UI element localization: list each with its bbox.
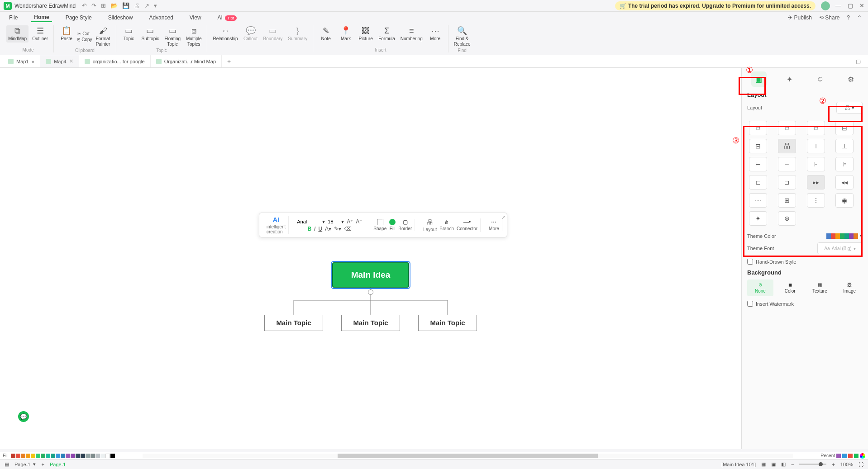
- zoom-in-button[interactable]: +: [832, 462, 835, 467]
- zoom-out-button[interactable]: −: [791, 462, 794, 467]
- font-color-button[interactable]: A▾: [325, 226, 331, 232]
- color-swatch[interactable]: [41, 454, 45, 458]
- layout-opt-15[interactable]: ▸▸: [807, 175, 825, 189]
- layout-opt-2[interactable]: ⧉: [778, 121, 796, 135]
- layout-opt-11[interactable]: ⊦: [807, 157, 825, 171]
- bg-texture-button[interactable]: ▦Texture: [807, 280, 833, 296]
- layout-opt-10[interactable]: ⊣: [778, 157, 796, 171]
- collapse-handle[interactable]: −: [368, 289, 373, 295]
- color-swatch[interactable]: [51, 454, 55, 458]
- menu-ai[interactable]: AI Hot: [215, 14, 240, 22]
- color-swatch[interactable]: [16, 454, 20, 458]
- redo-icon[interactable]: ↷: [91, 2, 96, 9]
- color-swatch[interactable]: [71, 454, 75, 458]
- color-swatch[interactable]: [36, 454, 40, 458]
- note-button[interactable]: ✎Note: [317, 25, 335, 43]
- numbering-button[interactable]: ≡Numbering: [399, 25, 424, 43]
- color-swatch[interactable]: [56, 454, 60, 458]
- new-icon[interactable]: ⊞: [101, 2, 106, 9]
- menu-file[interactable]: File: [6, 14, 20, 22]
- doc-tab-map1[interactable]: Map1●: [3, 55, 40, 67]
- border-icon[interactable]: ▢: [403, 219, 408, 225]
- format-painter-button[interactable]: 🖌Format Painter: [94, 25, 112, 48]
- boundary-button[interactable]: ▭Boundary: [262, 25, 285, 43]
- color-swatch[interactable]: [46, 454, 50, 458]
- zoom-value[interactable]: 100%: [840, 462, 853, 467]
- color-swatch[interactable]: [91, 454, 95, 458]
- hand-drawn-checkbox[interactable]: [747, 259, 753, 265]
- multiple-topics-button[interactable]: ⧈Multiple Topics: [184, 25, 203, 48]
- bg-image-button[interactable]: 🖼Image: [836, 280, 863, 296]
- view-mode-3-icon[interactable]: ◧: [781, 461, 786, 467]
- minimize-icon[interactable]: —: [835, 2, 841, 9]
- save-icon[interactable]: 💾: [122, 2, 129, 9]
- ft-ai-section[interactable]: AI intelligent creation: [264, 216, 289, 234]
- color-swatch[interactable]: [61, 454, 65, 458]
- layout-opt-22[interactable]: ⊛: [778, 211, 796, 226]
- bold-button[interactable]: B: [307, 226, 311, 232]
- theme-color-picker[interactable]: ▾: [826, 233, 863, 239]
- callout-button[interactable]: 💬Callout: [242, 25, 260, 43]
- doc-tab-org-mindmap[interactable]: Organizati...r Mind Map: [151, 55, 222, 67]
- italic-button[interactable]: I: [314, 226, 315, 232]
- theme-font-select[interactable]: Aa Arial (Big) ▾: [817, 242, 863, 254]
- mark-button[interactable]: 📍Mark: [337, 25, 355, 43]
- more-qat-icon[interactable]: ▾: [154, 2, 157, 9]
- layout-opt-13[interactable]: ⊏: [749, 175, 767, 189]
- find-replace-button[interactable]: 🔍Find & Replace: [452, 25, 472, 48]
- color-swatch[interactable]: [21, 454, 25, 458]
- color-swatch[interactable]: [100, 454, 105, 458]
- layout-opt-6-selected[interactable]: 品: [778, 139, 796, 153]
- layout-opt-18[interactable]: ⊞: [778, 193, 796, 208]
- undo-icon[interactable]: ↶: [82, 2, 87, 9]
- bg-none-button[interactable]: ⊘None: [747, 280, 773, 296]
- rp-tab-icon[interactable]: ☺: [812, 71, 828, 87]
- layout-opt-7[interactable]: ⊤: [807, 139, 825, 153]
- view-mode-2-icon[interactable]: ▣: [771, 461, 776, 467]
- trial-banner[interactable]: 🛒 The trial period has expired. Upgrade …: [615, 1, 816, 10]
- layout-dropdown[interactable]: 品 ▾: [836, 102, 863, 114]
- menu-advanced[interactable]: Advanced: [146, 14, 176, 22]
- menu-view[interactable]: View: [187, 14, 204, 22]
- outliner-mode-button[interactable]: ☰Outliner: [30, 25, 50, 43]
- floating-topic-button[interactable]: ▭Floating Topic: [162, 25, 182, 48]
- topic-node-1[interactable]: Main Topic: [264, 315, 323, 331]
- underline-button[interactable]: U: [318, 226, 322, 232]
- open-icon[interactable]: 📂: [110, 2, 118, 9]
- layout-opt-19[interactable]: ⋮: [807, 193, 825, 208]
- fullscreen-icon[interactable]: ⛶: [858, 462, 863, 467]
- menu-page-style[interactable]: Page Style: [63, 14, 95, 22]
- color-swatch[interactable]: [86, 454, 90, 458]
- recent-swatch[interactable]: [842, 454, 847, 458]
- topic-node-2[interactable]: Main Topic: [341, 315, 400, 331]
- close-tab-icon[interactable]: ✕: [69, 58, 73, 64]
- topic-button[interactable]: ▭Topic: [120, 25, 138, 48]
- menu-home[interactable]: Home: [31, 13, 52, 22]
- layout-opt-21[interactable]: ✦: [749, 211, 767, 226]
- fill-icon[interactable]: [389, 219, 396, 225]
- increase-font-icon[interactable]: A⁺: [347, 218, 353, 225]
- layout-opt-5[interactable]: ⊟: [749, 139, 767, 153]
- print-icon[interactable]: 🖨: [134, 2, 140, 9]
- paste-button[interactable]: 📋Paste: [57, 25, 76, 48]
- help-icon[interactable]: ?: [847, 14, 850, 21]
- watermark-checkbox-row[interactable]: Insert Watermark: [747, 301, 863, 307]
- color-swatch[interactable]: [11, 454, 15, 458]
- add-tab-button[interactable]: +: [222, 58, 236, 65]
- page-select[interactable]: Page-1 ▾: [14, 461, 36, 467]
- copy-button[interactable]: ⎘ Copy: [77, 37, 92, 42]
- scrollbar-track[interactable]: [143, 454, 793, 458]
- share-button[interactable]: ⟲ Share: [819, 14, 839, 21]
- clear-format-button[interactable]: ⌫: [344, 226, 352, 232]
- help-bubble-icon[interactable]: 💬: [18, 411, 29, 422]
- doc-tab-org-google[interactable]: organizatio... for google: [79, 55, 151, 67]
- layout-opt-20[interactable]: ◉: [835, 193, 854, 208]
- zoom-slider[interactable]: [799, 464, 826, 465]
- canvas[interactable]: AI intelligent creation ▾ ▾ A⁺ A⁻ B I U …: [0, 68, 741, 449]
- layout-opt-1[interactable]: ⧉: [749, 121, 767, 135]
- color-swatch[interactable]: [105, 454, 110, 458]
- layout-opt-4[interactable]: ⊟: [835, 121, 854, 135]
- color-swatch[interactable]: [31, 454, 35, 458]
- layout-opt-16[interactable]: ◂◂: [835, 175, 854, 189]
- layout-opt-8[interactable]: ⊥: [835, 139, 854, 153]
